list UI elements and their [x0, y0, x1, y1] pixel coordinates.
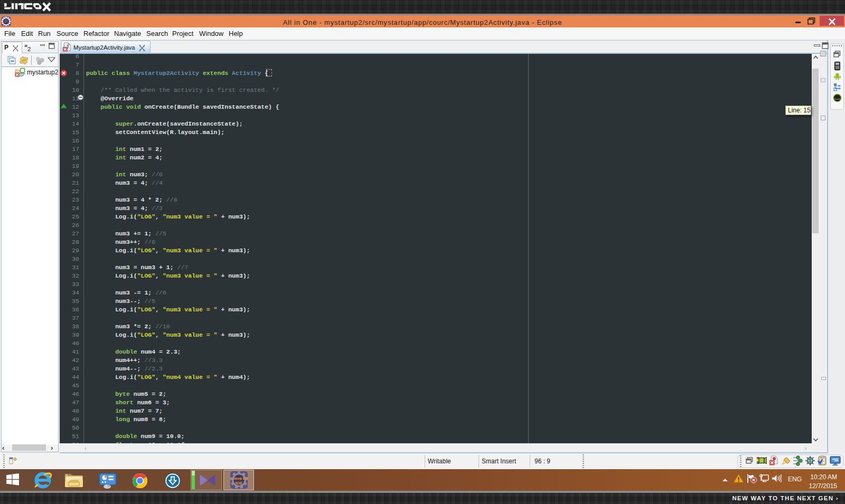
svg-text:Java EE: Java EE [232, 476, 248, 481]
svg-text:IDE: IDE [236, 481, 243, 486]
